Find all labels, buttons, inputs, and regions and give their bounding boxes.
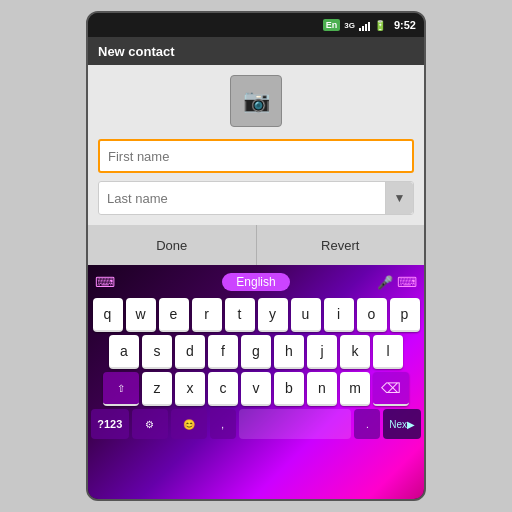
key-i[interactable]: i bbox=[324, 298, 354, 332]
phone-container: En 3G 🔋 9:52 New contact 📷 ▼ Done Revert bbox=[86, 11, 426, 501]
key-o[interactable]: o bbox=[357, 298, 387, 332]
key-a[interactable]: a bbox=[109, 335, 139, 369]
key-x[interactable]: x bbox=[175, 372, 205, 406]
symbols-key[interactable]: ?123 bbox=[91, 409, 129, 439]
key-l[interactable]: l bbox=[373, 335, 403, 369]
key-h[interactable]: h bbox=[274, 335, 304, 369]
key-y[interactable]: y bbox=[258, 298, 288, 332]
key-n[interactable]: n bbox=[307, 372, 337, 406]
key-e[interactable]: e bbox=[159, 298, 189, 332]
contact-form: 📷 ▼ bbox=[88, 65, 424, 225]
keyboard-bottom-row: ?123 ⚙ 😊 , . Nex▶ bbox=[91, 409, 421, 439]
key-k[interactable]: k bbox=[340, 335, 370, 369]
app-bar: New contact bbox=[88, 37, 424, 65]
comma-key[interactable]: , bbox=[210, 409, 236, 439]
first-name-input[interactable] bbox=[98, 139, 414, 173]
key-w[interactable]: w bbox=[126, 298, 156, 332]
backspace-key[interactable]: ⌫ bbox=[373, 372, 409, 406]
key-s[interactable]: s bbox=[142, 335, 172, 369]
add-photo-icon: 📷 bbox=[243, 88, 270, 114]
page-title: New contact bbox=[98, 44, 175, 59]
next-key[interactable]: Nex▶ bbox=[383, 409, 421, 439]
keyboard-lang-bar: ⌨ English 🎤 ⌨ bbox=[91, 269, 421, 295]
key-g[interactable]: g bbox=[241, 335, 271, 369]
status-bar: En 3G 🔋 9:52 bbox=[88, 13, 424, 37]
key-c[interactable]: c bbox=[208, 372, 238, 406]
language-button[interactable]: English bbox=[222, 273, 289, 291]
key-b[interactable]: b bbox=[274, 372, 304, 406]
microphone-icon[interactable]: 🎤 bbox=[377, 275, 393, 290]
avatar[interactable]: 📷 bbox=[230, 75, 282, 127]
keyboard-icon[interactable]: ⌨ bbox=[95, 274, 115, 290]
settings-key[interactable]: ⚙ bbox=[132, 409, 168, 439]
action-bar: Done Revert bbox=[88, 225, 424, 265]
key-u[interactable]: u bbox=[291, 298, 321, 332]
key-d[interactable]: d bbox=[175, 335, 205, 369]
last-name-input[interactable] bbox=[99, 187, 385, 210]
key-r[interactable]: r bbox=[192, 298, 222, 332]
key-f[interactable]: f bbox=[208, 335, 238, 369]
key-v[interactable]: v bbox=[241, 372, 271, 406]
language-indicator: En bbox=[323, 19, 341, 31]
last-name-wrapper: ▼ bbox=[98, 181, 414, 215]
key-m[interactable]: m bbox=[340, 372, 370, 406]
shift-key[interactable]: ⇧ bbox=[103, 372, 139, 406]
signal-bars bbox=[359, 19, 370, 31]
emoji-key[interactable]: 😊 bbox=[171, 409, 207, 439]
battery-icon: 🔋 bbox=[374, 20, 386, 31]
period-key[interactable]: . bbox=[354, 409, 380, 439]
space-key[interactable] bbox=[239, 409, 352, 439]
expand-button[interactable]: ▼ bbox=[385, 182, 413, 214]
keyboard-area: ⌨ English 🎤 ⌨ q w e r t y u i o p a s d … bbox=[88, 265, 424, 499]
done-button[interactable]: Done bbox=[88, 225, 257, 265]
key-z[interactable]: z bbox=[142, 372, 172, 406]
status-time: 9:52 bbox=[394, 19, 416, 31]
keyboard-row-1: q w e r t y u i o p bbox=[91, 298, 421, 332]
keyboard-row-3: ⇧ z x c v b n m ⌫ bbox=[91, 372, 421, 406]
keyboard-switch-icon[interactable]: ⌨ bbox=[397, 274, 417, 290]
key-p[interactable]: p bbox=[390, 298, 420, 332]
revert-button[interactable]: Revert bbox=[257, 225, 425, 265]
key-t[interactable]: t bbox=[225, 298, 255, 332]
key-j[interactable]: j bbox=[307, 335, 337, 369]
key-q[interactable]: q bbox=[93, 298, 123, 332]
network-indicator: 3G bbox=[344, 21, 355, 30]
keyboard-row-2: a s d f g h j k l bbox=[91, 335, 421, 369]
